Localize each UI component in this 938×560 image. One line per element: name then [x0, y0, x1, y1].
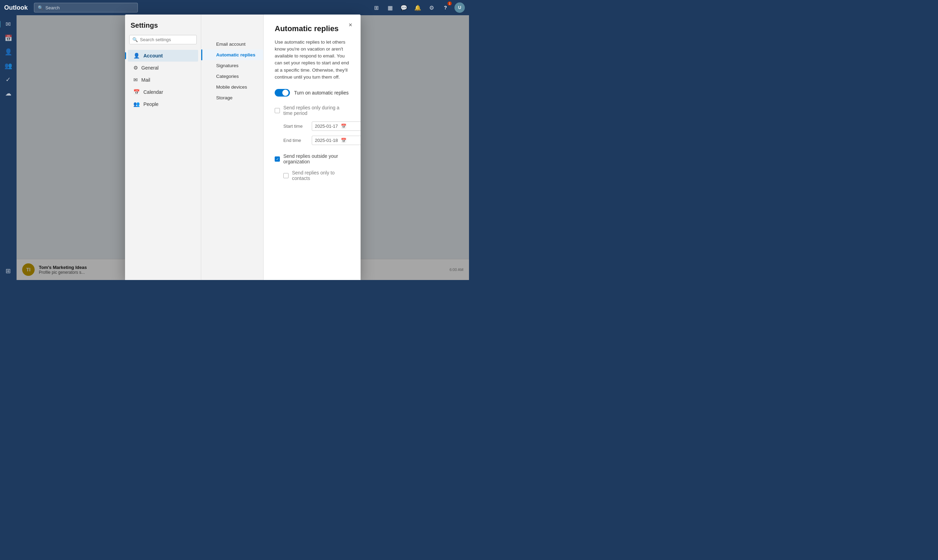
start-date-input[interactable]: 2025-01-17 📅	[312, 122, 361, 131]
subnav-panel: Email account Automatic replies Signatur…	[201, 15, 264, 280]
settings-title: Settings	[125, 22, 201, 35]
sidebar-mail-icon[interactable]: ✉	[2, 18, 15, 31]
end-time-label: End time	[283, 138, 308, 143]
subnav-email-account[interactable]: Email account	[201, 39, 263, 49]
calendar-end-icon: 📅	[341, 138, 346, 143]
outside-org-label: Send replies outside your organization	[283, 153, 350, 165]
main-layout: ✉ 📅 👤 👥 ✓ ☁ ⊞ TI Tom's Marketing Ideas P…	[0, 15, 469, 280]
subnav-signatures[interactable]: Signatures	[201, 60, 263, 71]
people-label: People	[143, 102, 159, 107]
settings-search-icon: 🔍	[132, 37, 138, 42]
toggle-label: Turn on automatic replies	[294, 90, 349, 95]
content-title: Automatic replies	[275, 24, 350, 33]
time-period-label: Send replies only during a time period	[283, 105, 350, 116]
settings-search-box[interactable]: 🔍	[129, 35, 197, 44]
end-time-row: End time 2025-01-18 📅 2:00 PM	[283, 136, 350, 145]
start-time-row: Start time 2025-01-17 📅 2:00 PM	[283, 122, 350, 131]
settings-modal: Settings 🔍 👤 Account ⚙ General	[125, 15, 361, 280]
calendar-label: Calendar	[143, 89, 163, 95]
app-logo: Outlook	[4, 4, 28, 11]
start-date-value: 2025-01-17	[315, 123, 338, 129]
sidebar-tasks-icon[interactable]: ✓	[2, 73, 15, 86]
outside-org-row[interactable]: ✓ Send replies outside your organization	[275, 153, 350, 165]
settings-nav: Settings 🔍 👤 Account ⚙ General	[125, 15, 201, 280]
contacts-only-label: Send replies only to contacts	[292, 170, 350, 181]
content-description: Use automatic replies to let others know…	[275, 39, 350, 81]
mail-nav-icon: ✉	[133, 77, 138, 83]
settings-search-input[interactable]	[140, 37, 194, 42]
calendar-start-icon: 📅	[341, 123, 346, 129]
mail-label: Mail	[141, 77, 150, 83]
close-button[interactable]: ×	[346, 20, 355, 30]
search-placeholder: Search	[45, 5, 60, 11]
subnav-automatic-replies[interactable]: Automatic replies	[201, 49, 263, 60]
nav-item-mail[interactable]: ✉ Mail	[128, 74, 198, 86]
nav-item-calendar[interactable]: 📅 Calendar	[128, 86, 198, 98]
contacts-only-row[interactable]: Send replies only to contacts	[283, 170, 350, 181]
modal-overlay: Settings 🔍 👤 Account ⚙ General	[17, 15, 469, 280]
subnav-storage[interactable]: Storage	[201, 92, 263, 103]
settings-icon[interactable]: ⚙	[427, 3, 437, 12]
sidebar-contacts-icon[interactable]: 👥	[2, 60, 15, 72]
start-time-label: Start time	[283, 123, 308, 129]
subnav-categories[interactable]: Categories	[201, 71, 263, 82]
automatic-replies-toggle[interactable]	[275, 89, 290, 97]
topbar-icons: ⊞ ▦ 💬 🔔 ⚙ ? 1 U	[371, 2, 465, 13]
table-view-icon[interactable]: ▦	[385, 3, 395, 12]
people-nav-icon: 👥	[133, 101, 140, 107]
account-label: Account	[143, 53, 163, 58]
general-icon: ⚙	[133, 65, 138, 71]
contacts-only-checkbox[interactable]	[283, 173, 288, 178]
icon-sidebar: ✉ 📅 👤 👥 ✓ ☁ ⊞	[0, 15, 17, 280]
user-avatar[interactable]: U	[454, 2, 465, 13]
search-bar[interactable]: 🔍 Search	[34, 3, 138, 12]
background-content: TI Tom's Marketing Ideas Profile pic gen…	[17, 15, 469, 280]
chat-icon[interactable]: 💬	[399, 3, 409, 12]
sidebar-calendar-icon[interactable]: 📅	[2, 32, 15, 44]
nav-item-general[interactable]: ⚙ General	[128, 62, 198, 74]
sidebar-cloud-icon[interactable]: ☁	[2, 87, 15, 100]
nav-item-people[interactable]: 👥 People	[128, 98, 198, 110]
grid-apps-icon[interactable]: ⊞	[371, 3, 381, 12]
time-period-row[interactable]: Send replies only during a time period	[275, 105, 350, 116]
nav-item-account[interactable]: 👤 Account	[128, 50, 198, 62]
end-date-value: 2025-01-18	[315, 138, 338, 143]
end-date-input[interactable]: 2025-01-18 📅	[312, 136, 361, 145]
settings-content: × Automatic replies Use automatic replie…	[264, 15, 361, 280]
time-period-checkbox[interactable]	[275, 108, 280, 113]
help-icon[interactable]: ? 1	[441, 3, 450, 12]
sidebar-apps-icon[interactable]: ⊞	[2, 265, 15, 277]
calendar-nav-icon: 📅	[133, 89, 140, 95]
sidebar-people-icon[interactable]: 👤	[2, 46, 15, 58]
toggle-row: Turn on automatic replies	[275, 89, 350, 97]
account-icon: 👤	[133, 52, 140, 59]
subnav-mobile-devices[interactable]: Mobile devices	[201, 82, 263, 92]
notifications-icon[interactable]: 🔔	[413, 3, 423, 12]
search-icon: 🔍	[38, 5, 43, 11]
topbar: Outlook 🔍 Search ⊞ ▦ 💬 🔔 ⚙ ? 1 U	[0, 0, 469, 15]
outside-org-checkbox[interactable]: ✓	[275, 157, 280, 162]
general-label: General	[141, 65, 159, 71]
